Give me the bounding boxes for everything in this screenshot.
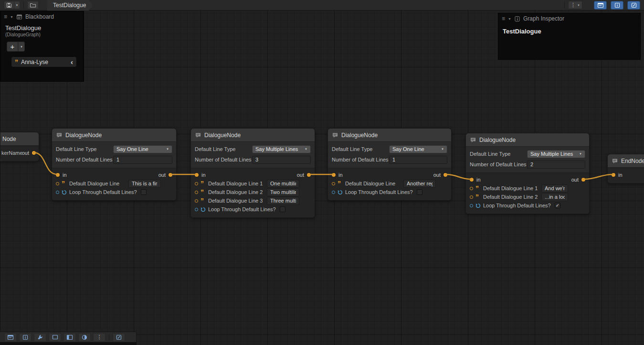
- in-port-label: in: [201, 172, 206, 178]
- node-title[interactable]: EndNode: [608, 154, 644, 168]
- toggle-preview-button[interactable]: [627, 1, 640, 10]
- save-dropdown-button[interactable]: ▼: [14, 1, 20, 9]
- loop-port-dot[interactable]: [470, 204, 473, 207]
- line-port-dot[interactable]: [195, 199, 198, 203]
- menu-icon[interactable]: ≡: [4, 13, 7, 20]
- frame-button[interactable]: [49, 333, 61, 342]
- more-tools-button[interactable]: ⋮: [93, 333, 106, 342]
- line-port-dot[interactable]: [56, 182, 59, 185]
- loop-label: Loop Through Default Lines?: [69, 189, 137, 195]
- toggle-inspector-button[interactable]: [611, 1, 623, 10]
- in-port-dot[interactable]: [56, 173, 60, 177]
- add-variable-dropdown[interactable]: ▼: [18, 42, 25, 52]
- out-port-dot[interactable]: [307, 173, 311, 177]
- line-port-dot[interactable]: [195, 191, 198, 194]
- line-port-dot[interactable]: [332, 182, 335, 185]
- line-type-dropdown[interactable]: Say One Line ▼: [113, 145, 172, 153]
- out-port[interactable]: out: [22, 150, 36, 156]
- count-field[interactable]: 2: [527, 161, 585, 169]
- end-node[interactable]: EndNode in: [607, 154, 644, 183]
- in-port[interactable]: in: [56, 172, 67, 178]
- node-title[interactable]: DialogueNode: [191, 129, 315, 142]
- loop-icon: [201, 207, 206, 212]
- graph-canvas[interactable]: Node kerName out DialogueNode Default Li…: [0, 0, 644, 345]
- breadcrumb[interactable]: TestDialogue: [47, 0, 89, 11]
- collapse-icon[interactable]: ▼: [508, 17, 511, 21]
- out-port[interactable]: out: [158, 172, 172, 178]
- in-port-dot[interactable]: [195, 173, 199, 177]
- out-port-dot[interactable]: [581, 178, 585, 182]
- dialogue-line-field[interactable]: ...in a loop: [541, 193, 568, 201]
- more-options-button[interactable]: ⋮ ▼: [568, 1, 582, 9]
- in-port-dot[interactable]: [332, 173, 336, 177]
- loop-checkbox[interactable]: ✓: [555, 203, 560, 208]
- add-variable-button[interactable]: +: [7, 42, 18, 52]
- out-port-dot[interactable]: [32, 151, 36, 155]
- line-type-value: Say One Line: [392, 146, 439, 152]
- tools-button[interactable]: [34, 333, 46, 342]
- in-port[interactable]: in: [612, 172, 623, 178]
- save-button[interactable]: [4, 1, 14, 9]
- save-icon: [6, 2, 12, 8]
- loop-row: Loop Through Default Lines?: [328, 188, 451, 196]
- dialogue-line-row: ” Default Dialogue Line 2 ...in a loop: [466, 193, 589, 201]
- loop-checkbox[interactable]: [141, 189, 147, 195]
- node-title[interactable]: DialogueNode: [466, 133, 589, 147]
- inspector-tool-button[interactable]: [19, 333, 32, 342]
- out-port[interactable]: out: [571, 177, 585, 183]
- code-preview-button[interactable]: [113, 333, 125, 342]
- count-field[interactable]: 1: [389, 156, 447, 164]
- loop-port-dot[interactable]: [332, 191, 335, 194]
- loop-port-dot[interactable]: [56, 191, 59, 194]
- out-port[interactable]: out: [433, 172, 447, 178]
- dialogue-line-field[interactable]: This is a first: [128, 180, 161, 188]
- line-type-dropdown[interactable]: Say Multiple Lines ▼: [252, 145, 311, 153]
- blackboard-tool-button[interactable]: [4, 333, 17, 342]
- line-port-dot[interactable]: [470, 187, 473, 190]
- blackboard-field[interactable]: ” Anna-Lyse ‹: [11, 56, 77, 67]
- dialogue-line-field[interactable]: One multiline: [267, 180, 299, 188]
- loop-port-dot[interactable]: [195, 208, 198, 211]
- in-port[interactable]: in: [195, 172, 206, 178]
- chevron-left-icon[interactable]: ‹: [71, 58, 73, 66]
- line-port-dot[interactable]: [470, 195, 473, 199]
- out-port-dot[interactable]: [169, 173, 172, 177]
- in-port[interactable]: in: [470, 177, 481, 183]
- dialogue-node-3[interactable]: DialogueNode Default Line Type Say One L…: [327, 128, 452, 201]
- start-node-partial[interactable]: Node kerName out: [0, 132, 39, 162]
- dialogue-node-4[interactable]: DialogueNode Default Line Type Say Multi…: [465, 133, 590, 214]
- node-title[interactable]: DialogueNode: [328, 129, 451, 142]
- node-title-label: DialogueNode: [65, 132, 102, 139]
- menu-icon[interactable]: ≡: [502, 15, 505, 22]
- count-field[interactable]: 1: [113, 156, 172, 164]
- open-asset-button[interactable]: [27, 1, 39, 9]
- toggle-blackboard-button[interactable]: [594, 1, 607, 10]
- in-port-dot[interactable]: [612, 173, 615, 177]
- count-field[interactable]: 3: [252, 156, 311, 164]
- collapse-icon[interactable]: ▼: [10, 15, 13, 19]
- node-title[interactable]: Node: [0, 132, 39, 146]
- dialogue-line-field[interactable]: Three multili: [267, 197, 299, 205]
- dialogue-line-field[interactable]: Another regu: [403, 180, 436, 188]
- out-port-dot[interactable]: [443, 173, 447, 177]
- loop-checkbox[interactable]: [280, 206, 285, 212]
- dialogue-node-1[interactable]: DialogueNode Default Line Type Say One L…: [52, 128, 177, 201]
- line-port-dot[interactable]: [195, 182, 198, 185]
- out-port[interactable]: out: [297, 172, 311, 178]
- node-title-label: DialogueNode: [204, 132, 241, 139]
- line-type-dropdown[interactable]: Say One Line ▼: [389, 145, 447, 153]
- dialogue-node-2[interactable]: DialogueNode Default Line Type Say Multi…: [190, 128, 315, 218]
- preview-button[interactable]: [78, 333, 91, 342]
- inspector-title: Graph Inspector: [523, 15, 564, 22]
- in-port[interactable]: in: [332, 172, 343, 178]
- panel-button[interactable]: [63, 333, 76, 342]
- loop-checkbox[interactable]: [417, 189, 422, 195]
- node-title[interactable]: DialogueNode: [52, 129, 176, 142]
- line-type-label: Default Line Type: [195, 146, 252, 152]
- dialogue-line-field[interactable]: And we're...: [541, 184, 568, 193]
- bottom-toolbar: ⋮: [0, 332, 137, 342]
- line-type-value: Say Multiple Lines: [255, 146, 303, 152]
- line-type-dropdown[interactable]: Say Multiple Lines ▼: [527, 150, 585, 158]
- dialogue-line-field[interactable]: Two multiline: [267, 188, 299, 196]
- in-port-dot[interactable]: [470, 178, 474, 182]
